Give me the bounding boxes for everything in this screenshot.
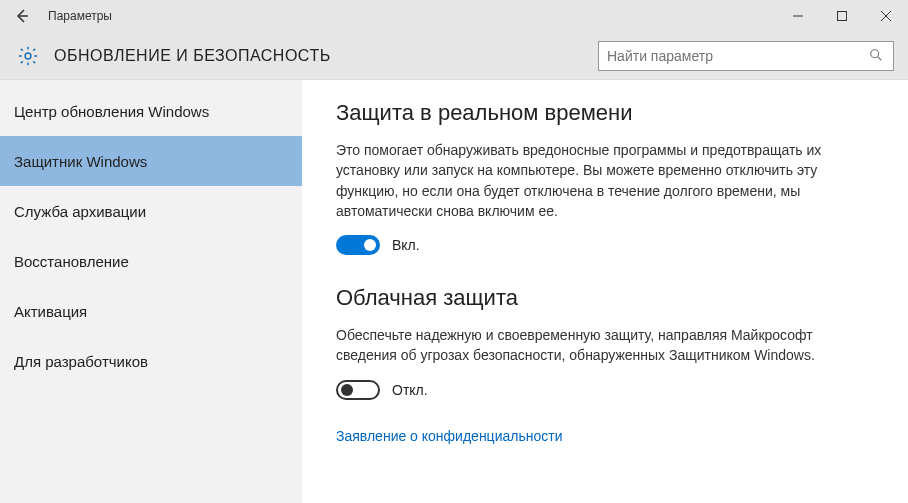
section-heading: Защита в реальном времени (336, 100, 878, 126)
close-button[interactable] (864, 0, 908, 32)
svg-point-5 (871, 49, 879, 57)
section-heading: Облачная защита (336, 285, 878, 311)
sidebar-item-backup[interactable]: Служба архивации (0, 186, 302, 236)
svg-rect-1 (838, 12, 847, 21)
titlebar: Параметры (0, 0, 908, 32)
gear-icon (16, 44, 40, 68)
maximize-button[interactable] (820, 0, 864, 32)
sidebar-item-windows-defender[interactable]: Защитник Windows (0, 136, 302, 186)
back-button[interactable] (0, 0, 44, 32)
sidebar-item-recovery[interactable]: Восстановление (0, 236, 302, 286)
window-title: Параметры (44, 9, 112, 23)
svg-line-6 (878, 56, 882, 60)
content-area: Защита в реальном времени Это помогает о… (302, 80, 908, 503)
section-cloud-protection: Облачная защита Обеспечьте надежную и св… (336, 285, 878, 400)
header-bar: ОБНОВЛЕНИЕ И БЕЗОПАСНОСТЬ (0, 32, 908, 80)
toggle-label: Вкл. (392, 237, 420, 253)
sidebar-item-label: Восстановление (14, 253, 129, 270)
sidebar-item-activation[interactable]: Активация (0, 286, 302, 336)
header-title: ОБНОВЛЕНИЕ И БЕЗОПАСНОСТЬ (54, 47, 331, 65)
minimize-button[interactable] (776, 0, 820, 32)
sidebar-item-for-developers[interactable]: Для разработчиков (0, 336, 302, 386)
sidebar-item-label: Служба архивации (14, 203, 146, 220)
search-input[interactable] (607, 48, 869, 64)
section-description: Это помогает обнаруживать вредоносные пр… (336, 140, 856, 221)
toggle-label: Откл. (392, 382, 428, 398)
privacy-statement-link[interactable]: Заявление о конфиденциальности (336, 428, 562, 444)
search-icon (869, 48, 885, 64)
sidebar-item-windows-update[interactable]: Центр обновления Windows (0, 86, 302, 136)
svg-point-4 (25, 53, 31, 59)
realtime-protection-toggle[interactable] (336, 235, 380, 255)
section-realtime-protection: Защита в реальном времени Это помогает о… (336, 100, 878, 255)
sidebar-item-label: Защитник Windows (14, 153, 147, 170)
sidebar-item-label: Центр обновления Windows (14, 103, 209, 120)
cloud-protection-toggle[interactable] (336, 380, 380, 400)
section-description: Обеспечьте надежную и своевременную защи… (336, 325, 856, 366)
sidebar-item-label: Для разработчиков (14, 353, 148, 370)
sidebar: Центр обновления Windows Защитник Window… (0, 80, 302, 503)
search-box[interactable] (598, 41, 894, 71)
sidebar-item-label: Активация (14, 303, 87, 320)
